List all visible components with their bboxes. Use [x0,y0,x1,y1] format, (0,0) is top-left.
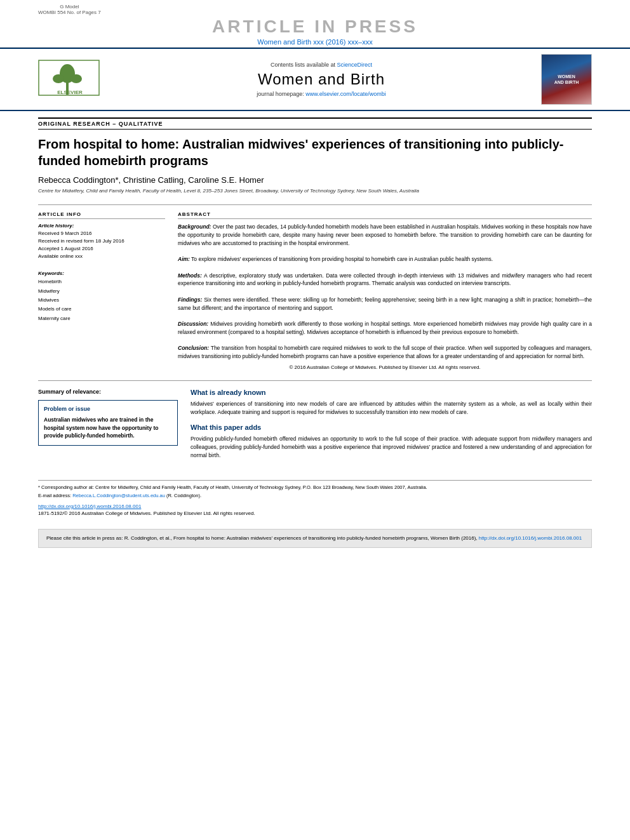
svg-point-2 [53,74,64,83]
known-text: Midwives' experiences of transitioning i… [191,400,592,417]
problem-box: Problem or issue Australian midwives who… [38,400,178,446]
problem-text: Australian midwives who are trained in t… [44,416,172,440]
authors: Rebecca Coddington*, Christine Catling, … [38,175,592,185]
journal-line: Women and Birth xxx (2016) xxx–xxx [0,38,630,46]
sciencedirect-link[interactable]: ScienceDirect [337,62,373,68]
issn-line: 1871-5192/© 2016 Australian College of M… [38,510,592,516]
article-in-press-banner: ARTICLE IN PRESS [0,17,630,37]
email-footnote: E-mail address: Rebecca.L.Coddington@stu… [38,493,592,500]
journal-homepage: journal homepage: www.elsevier.com/locat… [108,91,535,97]
received-1: Received 9 March 2016 [38,230,165,237]
accepted-date: Accepted 1 August 2016 [38,245,165,253]
received-2: Received in revised form 18 July 2016 [38,237,165,245]
article-info-heading: ARTICLE INFO [38,211,165,219]
elsevier-logo: ELSEVIER [38,60,102,99]
email-link[interactable]: Rebecca.L.Coddington@student.uts.edu.au [72,493,165,498]
citation-link[interactable]: http://dx.doi.org/10.1016/j.wombi.2016.0… [479,535,582,541]
svg-point-3 [70,74,82,83]
adds-title: What this paper adds [191,423,592,431]
keywords-label: Keywords: [38,270,165,276]
abstract-heading: ABSTRACT [178,211,592,219]
keyword-midwifery: Midwifery [38,287,165,296]
homepage-link[interactable]: www.elsevier.com/locate/wombi [305,91,386,97]
article-category: ORIGINAL RESEARCH – QUALITATIVE [38,117,592,130]
keyword-models: Models of care [38,305,165,314]
doi-link[interactable]: http://dx.doi.org/10.1016/j.wombi.2016.0… [38,503,592,509]
citation-box: Please cite this article in press as: R.… [38,529,592,548]
g-model-label: G Model WOMBI 554 No. of Pages 7 [38,4,101,15]
known-title: What is already known [191,389,592,396]
svg-text:ELSEVIER: ELSEVIER [57,90,83,95]
abstract-text: Background: Over the past two decades, 1… [178,223,592,361]
keyword-homebirth: Homebirth [38,277,165,286]
keyword-midwives: Midwives [38,296,165,305]
abstract-copyright: © 2016 Australian College of Midwives. P… [178,364,592,370]
affiliation: Centre for Midwifery, Child and Family H… [38,187,592,194]
journal-thumbnail: WOMEN AND BIRTH [541,54,592,105]
article-title: From hospital to home: Australian midwiv… [38,136,592,169]
problem-title: Problem or issue [44,406,172,412]
adds-text: Providing publicly-funded homebirth offe… [191,435,592,459]
thumbnail-text: WOMEN AND BIRTH [552,71,582,88]
journal-title-main: Women and Birth [108,70,535,88]
available-online: Available online xxx [38,253,165,260]
keyword-maternity: Maternity care [38,314,165,323]
contents-available: Contents lists available at ScienceDirec… [108,62,535,68]
corresponding-footnote: * Corresponding author at: Centre for Mi… [38,484,592,491]
history-label: Article history: [38,223,165,229]
summary-title: Summary of relevance: [38,389,178,395]
